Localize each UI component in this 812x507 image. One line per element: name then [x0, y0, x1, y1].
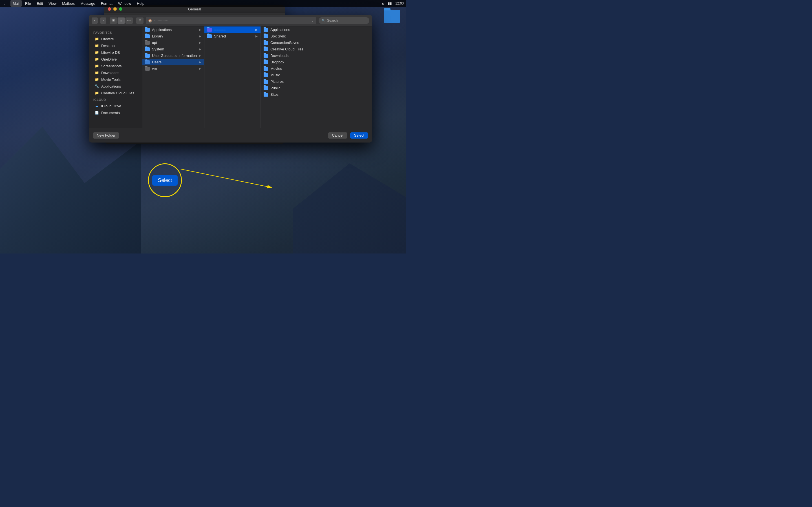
favorites-section-label: Favorites	[89, 29, 142, 36]
col3-applications-label: Applications	[270, 27, 290, 32]
view-list-btn[interactable]: ≡	[117, 17, 125, 24]
col3-downloads-label: Downloads	[270, 54, 289, 58]
share-button[interactable]: ⬆	[136, 17, 144, 24]
col1-vm[interactable]: vm ▶	[142, 65, 204, 72]
col3-dropbox[interactable]: Dropbox	[261, 59, 372, 65]
chevron-icon: ▶	[199, 28, 201, 31]
sidebar-item-downloads[interactable]: 📁 Downloads	[90, 69, 141, 76]
sidebar-item-screenshots[interactable]: 📁 Screenshots	[90, 62, 141, 69]
sidebar-label-downloads: Downloads	[101, 71, 119, 75]
sidebar-item-movietools[interactable]: 📁 Movie Tools	[90, 76, 141, 83]
finder-content: Favorites 📁 Lifewire 📁 Desktop 📁 Lifewir…	[89, 26, 372, 128]
col1-library-label: Library	[152, 34, 163, 38]
col3-concursionsaves[interactable]: ConcursionSaves	[261, 40, 372, 46]
sidebar-item-creative[interactable]: 📁 Creative Cloud Files	[90, 90, 141, 96]
view-icon-btn[interactable]: ⊞	[110, 17, 117, 24]
col1-vm-label: vm	[152, 66, 157, 71]
col1-library[interactable]: Library ▶	[142, 33, 204, 40]
chevron-icon: ▶	[199, 61, 201, 64]
path-home-icon: 🏠	[148, 18, 152, 22]
col3-concursion-label: ConcursionSaves	[270, 41, 299, 45]
menubar-help[interactable]: Help	[135, 0, 147, 7]
sidebar-item-lifewire[interactable]: 📁 Lifewire	[90, 36, 141, 42]
col2-homefolder[interactable]: ············ ▶	[204, 26, 260, 33]
apple-menu[interactable]: 	[2, 1, 7, 6]
col2-shared[interactable]: Shared ▶	[204, 33, 260, 40]
folder-icon-col3-boxsync	[264, 34, 268, 38]
folder-icon-col3-downloads	[264, 54, 268, 58]
sidebar-label-movietools: Movie Tools	[101, 77, 120, 82]
minimize-button[interactable]	[113, 7, 117, 11]
sidebar-label-screenshots: Screenshots	[101, 64, 121, 68]
col2-home-label: ············	[214, 27, 226, 32]
finder-column-3: Applications Box Sync ConcursionSaves Cr…	[261, 26, 372, 128]
menubar-file[interactable]: File	[23, 0, 33, 7]
annotation-circle: Select	[148, 163, 182, 197]
menubar-edit[interactable]: Edit	[35, 0, 45, 7]
folder-icon-lifewiredb: 📁	[94, 50, 99, 55]
sidebar-label-applications: Applications	[101, 84, 121, 89]
col3-movies[interactable]: Movies	[261, 65, 372, 72]
menubar-time: 12:00	[395, 1, 404, 5]
forward-button[interactable]: ›	[100, 17, 106, 24]
folder-icon-col3-sites	[264, 93, 268, 97]
col3-boxsync[interactable]: Box Sync	[261, 33, 372, 40]
back-button[interactable]: ‹	[92, 17, 98, 24]
finder-search-bar[interactable]: 🔍 Search	[319, 17, 369, 24]
maximize-button[interactable]	[119, 7, 122, 11]
sidebar-item-icloud[interactable]: ☁ iCloud Drive	[90, 103, 141, 109]
folder-icon-col1-opt	[145, 41, 150, 45]
folder-icon-col2-home	[207, 28, 212, 32]
search-placeholder: Search	[327, 18, 338, 22]
sidebar-label-lifewiredb: Lifewire DB	[101, 50, 120, 55]
desktop-folder[interactable]	[382, 10, 402, 30]
col3-music[interactable]: Music	[261, 72, 372, 78]
menubar-battery: ▮▮	[388, 1, 392, 5]
sidebar-item-applications[interactable]: 🔧 Applications	[90, 83, 141, 90]
col1-opt[interactable]: opt ▶	[142, 40, 204, 46]
menubar-wifi: ▲	[381, 1, 385, 5]
folder-icon-col1-users	[145, 60, 150, 64]
folder-icon	[384, 10, 400, 23]
annotation-select-button[interactable]: Select	[152, 175, 177, 186]
folder-icon-lifewire: 📁	[94, 37, 99, 41]
menubar-view[interactable]: View	[46, 0, 59, 7]
cancel-button[interactable]: Cancel	[328, 132, 347, 138]
menubar-format[interactable]: Format	[99, 0, 115, 7]
doc-icon: 📄	[94, 110, 99, 115]
col1-users[interactable]: Users ▶	[142, 59, 204, 65]
col1-userguides-label: User Guides...d Information	[152, 54, 197, 58]
menubar-message[interactable]: Message	[78, 0, 98, 7]
col3-pictures[interactable]: Pictures	[261, 78, 372, 85]
sidebar-item-onedrive[interactable]: 📁 OneDrive	[90, 56, 141, 62]
col3-downloads[interactable]: Downloads	[261, 52, 372, 59]
menubar-mail[interactable]: Mail	[10, 0, 22, 7]
col3-applications[interactable]: Applications	[261, 26, 372, 33]
finder-path-bar[interactable]: 🏠 ················ ⌄	[146, 17, 316, 24]
sidebar-label-onedrive: OneDrive	[101, 57, 117, 61]
col1-applications[interactable]: Applications ▶	[142, 26, 204, 33]
sidebar-item-lifewiredb[interactable]: 📁 Lifewire DB	[90, 49, 141, 56]
new-folder-button[interactable]: New Folder	[93, 132, 119, 138]
select-button[interactable]: Select	[350, 132, 368, 138]
close-button[interactable]	[108, 7, 111, 11]
sidebar-label-creative: Creative Cloud Files	[101, 91, 134, 95]
menubar-window[interactable]: Window	[116, 0, 133, 7]
sidebar-item-documents[interactable]: 📄 Documents	[90, 109, 141, 116]
traffic-lights	[108, 7, 122, 11]
col3-public[interactable]: Public	[261, 85, 372, 91]
col3-creative[interactable]: Creative Cloud Files	[261, 46, 372, 52]
col3-boxsync-label: Box Sync	[270, 34, 286, 38]
icloud-section-label: iCloud	[89, 96, 142, 103]
col1-userguides[interactable]: User Guides...d Information ▶	[142, 52, 204, 59]
col1-opt-label: opt	[152, 41, 157, 45]
sidebar-label-desktop: Desktop	[101, 44, 115, 48]
finder-columns: Applications ▶ Library ▶ opt ▶ System ▶	[142, 26, 372, 128]
folder-icon-creative: 📁	[94, 91, 99, 95]
col3-sites[interactable]: Sites	[261, 91, 372, 98]
view-column-btn[interactable]: ⟺	[125, 17, 133, 24]
menubar:  Mail File Edit View Mailbox Message Fo…	[0, 0, 406, 7]
col1-system[interactable]: System ▶	[142, 46, 204, 52]
sidebar-item-desktop[interactable]: 📁 Desktop	[90, 42, 141, 49]
menubar-mailbox[interactable]: Mailbox	[60, 0, 77, 7]
